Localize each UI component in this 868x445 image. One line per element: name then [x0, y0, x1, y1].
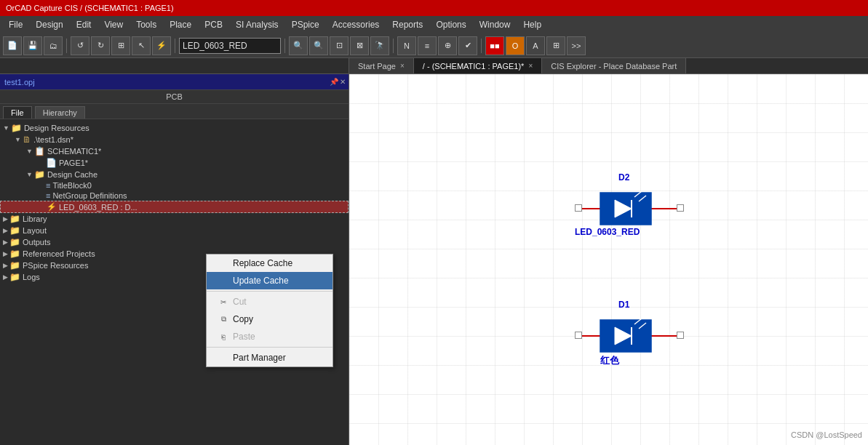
tree-led-0603-red[interactable]: ▶⚡LED_0603_RED : D...	[0, 201, 349, 213]
new-btn[interactable]: 📄	[3, 36, 22, 55]
component-d1[interactable]: D1 红色	[582, 314, 677, 360]
capture-btn[interactable]: ■■	[485, 36, 504, 55]
bom-btn[interactable]: ≡	[418, 36, 437, 55]
watermark: CSDN @LostSpeed	[791, 430, 862, 439]
d2-ref-label: D2	[618, 172, 629, 183]
menu-design[interactable]: Design	[30, 18, 68, 31]
part-manager-icon	[218, 353, 228, 363]
tree-area: ▼📁Design Resources ▼🗎.\test1.dsn* ▼📋SCHE…	[0, 119, 349, 445]
tab-file[interactable]: File	[3, 106, 32, 119]
tab-cis-explorer[interactable]: CIS Explorer - Place Database Part	[542, 58, 686, 73]
expand-btn[interactable]: >>	[567, 36, 586, 55]
redo-btn[interactable]: ↻	[91, 36, 110, 55]
zoom-prev-btn[interactable]: 🔭	[370, 36, 389, 55]
menu-pspice[interactable]: PSpice	[286, 18, 325, 31]
orcad-btn[interactable]: O	[506, 36, 525, 55]
d2-right-connector	[677, 204, 684, 212]
drc-btn[interactable]: ✔	[458, 36, 477, 55]
table-btn[interactable]: ⊞	[546, 36, 565, 55]
select-btn[interactable]: ↖	[132, 36, 151, 55]
menu-file[interactable]: File	[3, 18, 28, 31]
menu-reports[interactable]: Reports	[386, 18, 429, 31]
save-btn[interactable]: 💾	[23, 36, 42, 55]
part-btn[interactable]: ⚡	[152, 36, 171, 55]
d1-name-label: 红色	[600, 354, 619, 367]
zoom-in-btn[interactable]: 🔍	[289, 36, 308, 55]
cross-ref-btn[interactable]: ⊕	[438, 36, 457, 55]
ctx-copy[interactable]: ⧉ Copy	[207, 310, 333, 328]
snap-btn[interactable]: ⊞	[111, 36, 130, 55]
menu-window[interactable]: Window	[474, 18, 517, 31]
tab-schematic-close[interactable]: ×	[528, 62, 533, 70]
zoom-out-btn[interactable]: 🔍	[309, 36, 328, 55]
opj-title: test1.opj	[4, 78, 35, 87]
menu-help[interactable]: Help	[517, 18, 547, 31]
ctx-paste: ⎗ Paste	[207, 328, 333, 345]
tree-outputs[interactable]: ▶📁Outputs	[0, 236, 349, 248]
ctx-sep-2	[207, 347, 333, 348]
ctx-update-cache[interactable]: Update Cache	[207, 272, 333, 289]
schematic-area[interactable]: D2 LED_0603_RED D	[349, 74, 868, 445]
opj-pin-btn[interactable]: 📌	[330, 78, 338, 86]
opj-close-buttons: 📌 ✕	[330, 78, 346, 86]
tree-library[interactable]: ▶📁Library	[0, 213, 349, 225]
title-text: OrCAD Capture CIS / (SCHEMATIC1 : PAGE1)	[6, 4, 174, 12]
menu-view[interactable]: View	[98, 18, 129, 31]
part-name-input[interactable]	[179, 38, 281, 54]
tab-bar: Start Page × / - (SCHEMATIC1 : PAGE1)* ×…	[0, 58, 868, 74]
replace-cache-icon	[218, 258, 228, 268]
ctx-part-manager[interactable]: Part Manager	[207, 349, 333, 366]
netlist-btn[interactable]: N	[397, 36, 416, 55]
tab-start-page-close[interactable]: ×	[400, 62, 405, 70]
d1-left-connector	[575, 332, 582, 339]
allegro-btn[interactable]: A	[526, 36, 545, 55]
zoom-fit-btn[interactable]: ⊡	[330, 36, 349, 55]
tree-netgroup-defs[interactable]: ▶≡NetGroup Definitions	[0, 191, 349, 201]
title-bar: OrCAD Capture CIS / (SCHEMATIC1 : PAGE1)	[0, 0, 868, 16]
opj-close-btn[interactable]: ✕	[340, 78, 346, 86]
ctx-cut: ✂ Cut	[207, 293, 333, 310]
zoom-area-btn[interactable]: ⊠	[350, 36, 369, 55]
copy-icon: ⧉	[218, 314, 228, 324]
save-all-btn[interactable]: 🗂	[44, 36, 63, 55]
ctx-sep-1	[207, 291, 333, 292]
d2-left-connector	[575, 204, 582, 212]
menu-edit[interactable]: Edit	[71, 18, 97, 31]
tree-test1-dsn[interactable]: ▼🗎.\test1.dsn*	[0, 134, 349, 145]
tab-hierarchy[interactable]: Hierarchy	[35, 106, 85, 119]
d2-symbol	[582, 187, 677, 230]
pcb-panel-label: PCB	[0, 90, 349, 104]
tree-design-cache[interactable]: ▼📁Design Cache	[0, 169, 349, 180]
tree-page1[interactable]: ▶📄PAGE1*	[0, 157, 349, 169]
d2-name-label: LED_0603_RED	[575, 227, 640, 237]
tree-schematic1[interactable]: ▼📋SCHEMATIC1*	[0, 145, 349, 157]
toolbar: 📄 💾 🗂 ↺ ↻ ⊞ ↖ ⚡ 🔍 🔍 ⊡ ⊠ 🔭 N ≡ ⊕ ✔ ■■ O A…	[0, 33, 868, 58]
file-hier-tabs: File Hierarchy	[0, 104, 349, 119]
menu-tools[interactable]: Tools	[130, 18, 162, 31]
paste-icon: ⎗	[218, 332, 228, 342]
tab-schematic[interactable]: / - (SCHEMATIC1 : PAGE1)* ×	[414, 58, 542, 73]
tree-titleblock0[interactable]: ▶≡TitleBlock0	[0, 180, 349, 191]
menu-place[interactable]: Place	[164, 18, 197, 31]
menu-si-analysis[interactable]: SI Analysis	[230, 18, 284, 31]
main-layout: test1.opj 📌 ✕ PCB File Hierarchy ▼📁Desig…	[0, 74, 868, 445]
cut-icon: ✂	[218, 297, 228, 307]
tab-start-page[interactable]: Start Page ×	[349, 58, 414, 73]
opj-header: test1.opj 📌 ✕	[0, 74, 349, 90]
menu-options[interactable]: Options	[430, 18, 471, 31]
ctx-replace-cache[interactable]: Replace Cache	[207, 254, 333, 272]
menu-accessories[interactable]: Accessories	[327, 18, 386, 31]
d1-symbol	[582, 314, 677, 358]
d1-ref-label: D1	[618, 300, 629, 310]
tree-design-resources[interactable]: ▼📁Design Resources	[0, 122, 349, 134]
menu-pcb[interactable]: PCB	[199, 18, 228, 31]
schematic-grid	[349, 74, 868, 445]
left-panel: test1.opj 📌 ✕ PCB File Hierarchy ▼📁Desig…	[0, 74, 349, 445]
undo-btn[interactable]: ↺	[71, 36, 89, 55]
menu-bar: File Design Edit View Tools Place PCB SI…	[0, 16, 868, 33]
context-menu: Replace Cache Update Cache ✂ Cut ⧉ Copy	[206, 254, 333, 367]
tree-layout[interactable]: ▶📁Layout	[0, 225, 349, 236]
d1-right-connector	[677, 332, 684, 339]
component-d2[interactable]: D2 LED_0603_RED	[582, 187, 677, 233]
update-cache-icon	[218, 276, 228, 286]
